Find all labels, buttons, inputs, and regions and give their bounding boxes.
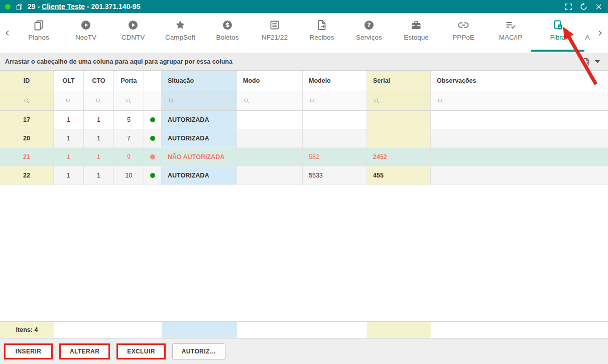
cell-id[interactable]: 17	[0, 111, 54, 129]
cell-porta[interactable]: 9	[114, 148, 144, 166]
cell-modelo[interactable]: 5533	[303, 166, 367, 185]
cell-serial[interactable]	[367, 129, 431, 148]
export-icon[interactable]	[582, 57, 591, 66]
tab-recibos[interactable]: Recibos	[298, 13, 345, 53]
cell-serial[interactable]: 455	[367, 166, 431, 185]
cell-situacao[interactable]: AUTORIZADA	[162, 129, 237, 148]
doc-arrow-icon	[316, 19, 328, 33]
tab-estoque[interactable]: Estoque	[393, 13, 440, 53]
filter-input-olt[interactable]	[54, 91, 84, 110]
alterar-button[interactable]: ALTERAR	[59, 343, 110, 359]
search-icon	[437, 97, 444, 105]
red-dot-icon	[150, 154, 155, 159]
cell-porta[interactable]: 10	[114, 166, 144, 185]
cell-modelo[interactable]: 582	[303, 148, 367, 166]
filter-input-porta[interactable]	[114, 91, 144, 110]
status-dot-green[interactable]	[144, 111, 162, 129]
grid-row-20[interactable]: 20117AUTORIZADA	[0, 129, 608, 148]
grid-row-17[interactable]: 17115AUTORIZADA	[0, 111, 608, 129]
filter-input-modo[interactable]	[237, 91, 303, 110]
column-header-modo[interactable]: Modo	[237, 71, 303, 91]
cell-modelo[interactable]	[303, 129, 367, 148]
cell-porta[interactable]: 5	[114, 111, 144, 129]
column-header-observacoes[interactable]: Observações	[431, 71, 608, 91]
column-header-status[interactable]	[144, 71, 162, 91]
refresh-icon[interactable]	[579, 3, 588, 11]
filter-input-serial[interactable]	[367, 91, 431, 110]
tab-cdntv[interactable]: CDNTV	[109, 13, 157, 53]
inserir-button[interactable]: INSERIR	[4, 343, 53, 359]
group-by-drop-zone[interactable]: Arrastar o cabeçalho de uma coluna para …	[0, 53, 608, 71]
footer-cell-status-dot	[144, 322, 162, 338]
cell-observacoes[interactable]	[431, 148, 608, 166]
status-dot-red[interactable]	[144, 148, 162, 166]
tab-servi-os[interactable]: ?Serviços	[345, 13, 393, 53]
cell-porta[interactable]: 7	[114, 129, 144, 148]
cell-modo[interactable]	[237, 129, 303, 148]
client-name-link[interactable]: Cliente Teste	[42, 3, 85, 11]
tab-pppoe[interactable]: PPPoE	[440, 13, 487, 53]
status-dot-green[interactable]	[144, 129, 162, 148]
tabs-scroll-left-icon[interactable]	[0, 13, 15, 53]
search-icon	[373, 97, 381, 105]
grid-row-21[interactable]: 21119NÃO AUTORIZADA5822452	[0, 148, 608, 166]
cell-serial[interactable]: 2452	[367, 148, 431, 166]
cell-id[interactable]: 21	[0, 148, 54, 166]
copy-icon[interactable]	[16, 3, 23, 11]
column-header-id[interactable]: ID	[0, 71, 54, 91]
cell-olt[interactable]: 1	[54, 166, 84, 185]
cell-olt[interactable]: 1	[54, 148, 84, 166]
cell-observacoes[interactable]	[431, 129, 608, 148]
cell-id[interactable]: 22	[0, 166, 54, 185]
tabs-scroll-right-icon[interactable]	[593, 13, 606, 53]
tab-mac-ip[interactable]: MAC/IP	[487, 13, 534, 53]
filter-input-situacao[interactable]	[162, 91, 237, 110]
tab-planos[interactable]: Planos	[15, 13, 62, 53]
cell-olt[interactable]: 1	[54, 129, 84, 148]
column-header-porta[interactable]: Porta	[114, 71, 144, 91]
column-header-situacao[interactable]: Situação	[162, 71, 237, 91]
cell-olt[interactable]: 1	[54, 111, 84, 129]
cell-modelo[interactable]	[303, 111, 367, 129]
excluir-button[interactable]: EXCLUIR	[116, 343, 165, 359]
cell-observacoes[interactable]	[431, 166, 608, 185]
grid-row-22[interactable]: 221110AUTORIZADA5533455	[0, 166, 608, 185]
tab-neotv[interactable]: NeoTV	[62, 13, 109, 53]
autoriz-button[interactable]: AUTORIZ…	[172, 343, 225, 359]
cell-situacao[interactable]: AUTORIZADA	[162, 166, 237, 185]
cell-modo[interactable]	[237, 166, 303, 185]
column-header-serial[interactable]: Serial	[367, 71, 431, 91]
cell-id[interactable]: 20	[0, 129, 54, 148]
column-header-cto[interactable]: CTO	[84, 71, 114, 91]
tab-label: A	[585, 34, 589, 41]
filter-input-id[interactable]	[0, 91, 54, 110]
status-dot-green[interactable]	[144, 166, 162, 185]
cell-cto[interactable]: 1	[84, 129, 114, 148]
tab-boletos[interactable]: $Boletos	[204, 13, 251, 53]
column-header-modelo[interactable]: Modelo	[303, 71, 367, 91]
filter-input-observacoes[interactable]	[431, 91, 608, 110]
cell-cto[interactable]: 1	[84, 148, 114, 166]
cell-situacao[interactable]: AUTORIZADA	[162, 111, 237, 129]
close-icon[interactable]	[594, 3, 603, 11]
fullscreen-icon[interactable]	[564, 3, 573, 11]
tab-campsoft[interactable]: CampSoft	[157, 13, 204, 53]
cell-observacoes[interactable]	[431, 111, 608, 129]
footer-cell-observacoes	[431, 322, 608, 338]
column-header-olt[interactable]: OLT	[54, 71, 84, 91]
cell-cto[interactable]: 1	[84, 166, 114, 185]
tab-label: Fibra	[550, 34, 566, 41]
cell-situacao[interactable]: NÃO AUTORIZADA	[162, 148, 237, 166]
cell-cto[interactable]: 1	[84, 111, 114, 129]
filter-input-cto[interactable]	[84, 91, 114, 110]
tab-fibra[interactable]: Fibra	[534, 13, 581, 53]
tab-a[interactable]: A	[581, 13, 593, 53]
filter-input-modelo[interactable]	[303, 91, 367, 110]
list-box-icon	[269, 19, 281, 33]
grid-body: 17115AUTORIZADA20117AUTORIZADA21119NÃO A…	[0, 111, 608, 185]
tab-nf21-22[interactable]: NF21/22	[251, 13, 298, 53]
cell-modo[interactable]	[237, 111, 303, 129]
cell-serial[interactable]	[367, 111, 431, 129]
cell-modo[interactable]	[237, 148, 303, 166]
export-menu-caret-icon[interactable]	[595, 60, 600, 63]
